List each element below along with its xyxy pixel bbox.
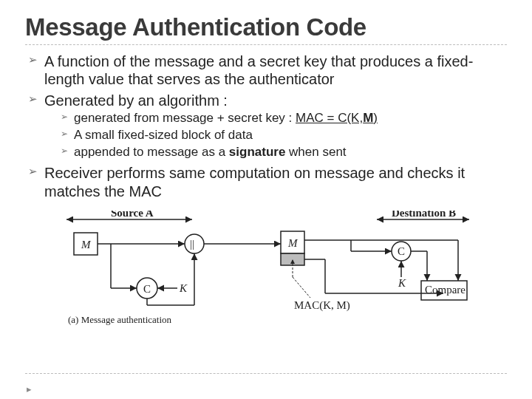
sub-bullet-3: appended to message as a signature when … [61,145,507,160]
label-mac-km: MAC(K, M) [294,299,350,312]
circle-C-dest: C [398,245,405,257]
diagram-caption: (a) Message authentication [68,314,172,325]
bullet-list: A function of the message and a secret k… [25,52,507,200]
sub-bullet-3-post: when sent [285,145,346,159]
label-K-dest: K [398,277,406,289]
box-compare: Compare [425,284,466,296]
sub-bullet-1-mid: MAC = C(K, [296,111,363,125]
svg-line-16 [293,277,310,298]
sub-bullet-1: generated from message + secret key : MA… [61,111,507,126]
bullet-2: Generated by an algorithm : generated fr… [28,92,507,160]
circle-C-source: C [143,283,151,295]
footer-marker-icon: ▸ [27,383,32,395]
label-K-source: K [179,282,188,294]
bullet-3: Receiver performs same computation on me… [28,164,507,200]
sub-bullet-3-pre: appended to message as a [74,145,229,159]
sub-bullet-list: generated from message + secret key : MA… [44,111,507,160]
circle-concat: || [190,238,194,250]
bullet-2-text: Generated by an algorithm : [44,92,228,109]
sub-bullet-1-pre: generated from message + secret key : [74,111,296,125]
sub-bullet-1-post: ) [373,111,378,125]
bullet-1: A function of the message and a secret k… [28,52,507,89]
label-dest-b: Destination B [392,211,456,219]
sub-bullet-1-inner: M [363,111,373,125]
sub-bullet-1-underline: MAC = C(K,M) [296,111,378,125]
mac-diagram: Source A Destination B M K C [59,211,473,329]
footer-divider [25,373,507,374]
sub-bullet-3-bold: signature [229,145,286,159]
slide-title: Message Authentication Code [25,13,507,41]
box-M-dest: M [287,237,299,249]
box-M-source: M [81,239,92,250]
sub-bullet-2: A small fixed-sized block of data [61,128,507,143]
label-source-a: Source A [111,211,154,219]
title-divider [25,44,507,45]
